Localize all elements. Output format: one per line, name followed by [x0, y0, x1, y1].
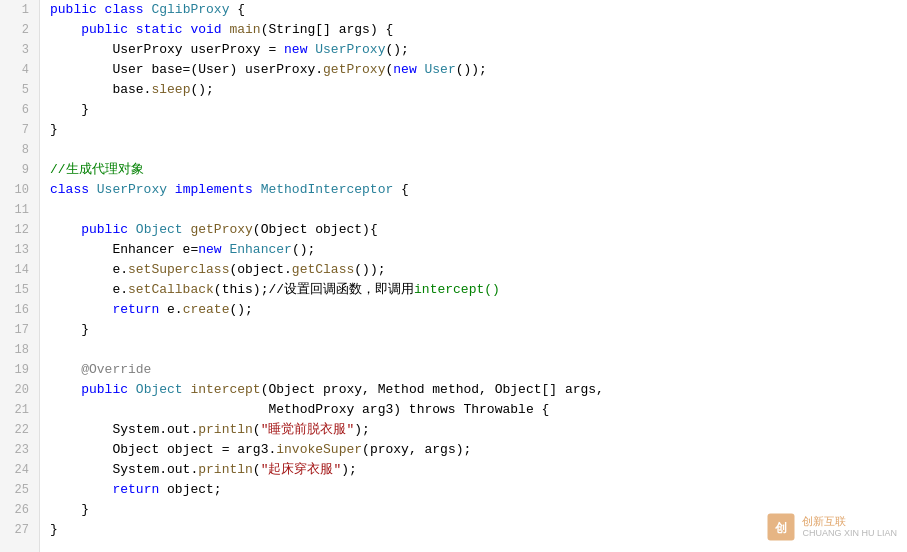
line-number: 26: [10, 500, 29, 520]
line-number: 10: [10, 180, 29, 200]
code-line: }: [50, 120, 907, 140]
line-number: 23: [10, 440, 29, 460]
line-number: 14: [10, 260, 29, 280]
code-line: Enhancer e=new Enhancer();: [50, 240, 907, 260]
line-number: 12: [10, 220, 29, 240]
line-number: 15: [10, 280, 29, 300]
code-line: return e.create();: [50, 300, 907, 320]
watermark-text: 创新互联 CHUANG XIN HU LIAN: [802, 515, 897, 539]
line-number: 11: [10, 200, 29, 220]
line-number: 17: [10, 320, 29, 340]
line-number: 22: [10, 420, 29, 440]
code-line: e.setCallback(this);//设置回调函数，即调用intercep…: [50, 280, 907, 300]
code-line: public Object intercept(Object proxy, Me…: [50, 380, 907, 400]
line-number: 6: [10, 100, 29, 120]
code-line: System.out.println("睡觉前脱衣服");: [50, 420, 907, 440]
code-line: //生成代理对象: [50, 160, 907, 180]
code-line: }: [50, 100, 907, 120]
line-number: 21: [10, 400, 29, 420]
code-line: [50, 140, 907, 160]
code-line: [50, 200, 907, 220]
line-number: 4: [10, 60, 29, 80]
line-number: 27: [10, 520, 29, 540]
line-number: 8: [10, 140, 29, 160]
line-number: 25: [10, 480, 29, 500]
code-line: Object object = arg3.invokeSuper(proxy, …: [50, 440, 907, 460]
code-line: User base=(User) userProxy.getProxy(new …: [50, 60, 907, 80]
line-number: 5: [10, 80, 29, 100]
code-line: MethodProxy arg3) throws Throwable {: [50, 400, 907, 420]
code-editor: 1234567891011121314151617181920212223242…: [0, 0, 907, 552]
code-line: }: [50, 320, 907, 340]
code-line: public class CglibProxy {: [50, 0, 907, 20]
code-line: e.setSuperclass(object.getClass());: [50, 260, 907, 280]
watermark: 创 创新互联 CHUANG XIN HU LIAN: [766, 512, 897, 542]
line-number: 9: [10, 160, 29, 180]
line-number: 7: [10, 120, 29, 140]
code-line: return object;: [50, 480, 907, 500]
code-line: UserProxy userProxy = new UserProxy();: [50, 40, 907, 60]
line-number: 1: [10, 0, 29, 20]
line-number: 3: [10, 40, 29, 60]
line-number: 13: [10, 240, 29, 260]
code-line: public static void main(String[] args) {: [50, 20, 907, 40]
code-line: base.sleep();: [50, 80, 907, 100]
line-number: 19: [10, 360, 29, 380]
code-line: class UserProxy implements MethodInterce…: [50, 180, 907, 200]
code-line: public Object getProxy(Object object){: [50, 220, 907, 240]
line-number: 20: [10, 380, 29, 400]
line-number: 18: [10, 340, 29, 360]
line-numbers: 1234567891011121314151617181920212223242…: [0, 0, 40, 552]
line-number: 24: [10, 460, 29, 480]
code-line: [50, 340, 907, 360]
code-line: System.out.println("起床穿衣服");: [50, 460, 907, 480]
line-number: 2: [10, 20, 29, 40]
code-content: public class CglibProxy { public static …: [40, 0, 907, 552]
watermark-logo-icon: 创: [766, 512, 796, 542]
line-number: 16: [10, 300, 29, 320]
svg-text:创: 创: [774, 521, 787, 535]
code-line: @Override: [50, 360, 907, 380]
